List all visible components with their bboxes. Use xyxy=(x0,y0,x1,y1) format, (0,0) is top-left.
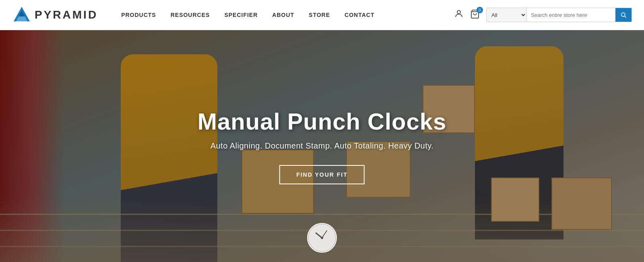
cart-area[interactable]: 0 xyxy=(470,9,480,21)
header-right: 0 All Products Resources xyxy=(454,8,632,22)
search-category-select[interactable]: All Products Resources xyxy=(487,8,527,22)
main-nav: PRODUCTS RESOURCES SPECIFIER ABOUT STORE… xyxy=(114,12,454,18)
search-bar: All Products Resources xyxy=(486,8,632,22)
hero-title: Manual Punch Clocks xyxy=(198,108,446,135)
search-button[interactable] xyxy=(615,8,632,22)
nav-products[interactable]: PRODUCTS xyxy=(114,12,163,18)
svg-point-5 xyxy=(621,13,625,17)
site-header: PYRAMID PRODUCTS RESOURCES SPECIFIER ABO… xyxy=(0,0,644,30)
hero-subtitle: Auto Aligning. Document Stamp. Auto Tota… xyxy=(198,141,446,151)
clock-svg xyxy=(306,222,338,254)
nav-store[interactable]: STORE xyxy=(301,12,337,18)
logo-text: PYRAMID xyxy=(35,8,98,21)
hero-content: Manual Punch Clocks Auto Aligning. Docum… xyxy=(198,108,446,184)
logo-area[interactable]: PYRAMID xyxy=(12,5,98,25)
clock-icon xyxy=(306,222,338,254)
hero-cta-button[interactable]: FIND YOUR FIT xyxy=(279,165,365,184)
svg-point-11 xyxy=(321,237,323,239)
svg-line-6 xyxy=(625,16,626,18)
search-input[interactable] xyxy=(527,8,615,22)
account-icon[interactable] xyxy=(454,9,464,21)
nav-contact[interactable]: CONTACT xyxy=(337,12,382,18)
hero-section: Manual Punch Clocks Auto Aligning. Docum… xyxy=(0,30,644,262)
cart-badge: 0 xyxy=(477,7,483,13)
svg-point-3 xyxy=(457,10,460,14)
nav-specifier[interactable]: SPECIFIER xyxy=(217,12,265,18)
pyramid-logo-icon xyxy=(12,5,31,25)
search-icon xyxy=(620,12,627,18)
nav-resources[interactable]: RESOURCES xyxy=(163,12,217,18)
nav-about[interactable]: ABOUT xyxy=(265,12,301,18)
